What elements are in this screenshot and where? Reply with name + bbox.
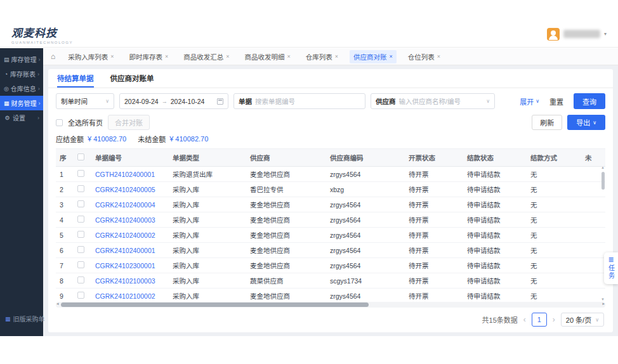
chevron-right-icon: › <box>39 56 41 63</box>
sidebar-item[interactable]: ▤ 库存管理 › <box>0 52 43 67</box>
expand-filters-button[interactable]: 展开 ∨ <box>520 96 539 107</box>
cell-invoice-status: 待开票 <box>405 228 463 243</box>
close-icon[interactable]: × <box>335 53 338 60</box>
cell-doc-no-link[interactable]: CGRK24102400002 <box>91 228 169 243</box>
cell-doc-no-link[interactable]: CGRK24102300001 <box>91 258 169 273</box>
export-button[interactable]: 导出 ∨ <box>567 115 605 130</box>
close-icon[interactable]: × <box>437 53 440 60</box>
select-all-label: 全选所有页 <box>68 117 103 127</box>
search-button[interactable]: 查询 <box>574 93 605 109</box>
cell-supplier: 麦金地供应商 <box>246 243 326 258</box>
row-checkbox[interactable] <box>77 216 84 223</box>
open-tab[interactable]: 仓库列表 × <box>302 50 342 63</box>
open-tab[interactable]: 仓位列表 × <box>404 50 444 63</box>
close-icon[interactable]: × <box>390 53 393 60</box>
scroll-right-icon[interactable]: ▸ <box>602 301 605 306</box>
cell-doc-type: 采购入库 <box>169 258 246 273</box>
toolbar-right: 刷新 导出 ∨ <box>532 115 605 130</box>
row-checkbox[interactable] <box>77 246 84 253</box>
table-row: 1 CGTH24102400001 采购退货出库 麦金地供应商 zrgys456… <box>56 167 605 182</box>
open-tab[interactable]: 采购入库列表 × <box>64 50 117 63</box>
subtab[interactable]: 供应商对账单 <box>110 69 154 88</box>
legacy-purchase-link[interactable]: ▦ 旧版采购单 <box>5 314 45 323</box>
date-range-picker[interactable]: 2024-09-24 → 2024-10-24 <box>119 93 228 109</box>
merge-reconcile-button[interactable]: 合并对账 <box>108 115 150 130</box>
sidebar-item-icon: ▤ <box>4 56 10 63</box>
supplier-select[interactable]: 供应商 输入供应商名称/编号 ∨ <box>371 93 495 109</box>
sidebar-item-icon: ◎ <box>4 86 9 92</box>
open-tab[interactable]: 即时库存表 × <box>126 50 173 63</box>
prev-page-button[interactable]: ‹ <box>523 315 526 324</box>
cell-doc-no-link[interactable]: CGRK24102400003 <box>91 212 169 228</box>
doc-number-input[interactable]: 单据 搜索单据编号 <box>233 93 365 109</box>
table-row: 8 CGRK24102100003 采购入库 蔬菜供应商 scgys1734 待… <box>56 273 605 289</box>
header-checkbox[interactable] <box>77 153 84 160</box>
page-size-select[interactable]: 20 条/页 ∨ <box>561 313 604 327</box>
sidebar-item[interactable]: ◎ 仓库信息 › <box>0 81 43 96</box>
row-checkbox[interactable] <box>77 292 84 299</box>
vertical-scroll-thumb[interactable] <box>602 172 605 190</box>
next-page-button[interactable]: › <box>553 315 555 324</box>
sidebar-item-label: 库存管理 <box>11 55 37 64</box>
time-type-select[interactable]: 制单时间 ∨ <box>56 93 114 109</box>
scroll-left-icon[interactable]: ◂ <box>56 301 59 306</box>
cell-doc-no-link[interactable]: CGRK24102100002 <box>91 289 169 302</box>
horizontal-scrollbar[interactable]: ◂ ▸ <box>56 302 605 308</box>
sidebar-item[interactable]: ▦ 财务管理 › <box>0 96 43 110</box>
horizontal-scroll-thumb[interactable] <box>61 302 369 307</box>
top-header: 观麦科技 GUANMAITECHNOLOGY ▾ <box>0 21 618 48</box>
row-checkbox[interactable] <box>77 200 84 207</box>
open-tab[interactable]: 商品收发汇总 × <box>180 50 233 63</box>
row-checkbox[interactable] <box>77 261 84 268</box>
app-window: 观麦科技 GUANMAITECHNOLOGY ▾ ▤ 库存管理 › ◔ 库存账表 <box>0 0 618 364</box>
table-row: 7 CGRK24102300001 采购入库 麦金地供应商 zrgys4564 … <box>56 258 605 273</box>
expand-label: 展开 <box>520 96 534 107</box>
row-checkbox[interactable] <box>77 185 84 192</box>
cell-doc-type: 采购入库 <box>169 182 246 197</box>
table-toolbar: 全选所有页 合并对账 刷新 导出 ∨ <box>48 114 613 133</box>
close-icon[interactable]: × <box>226 53 229 60</box>
cell-checkbox <box>74 167 91 182</box>
col-checkbox <box>74 149 91 167</box>
cell-doc-no-link[interactable]: CGRK24102400005 <box>91 182 169 197</box>
close-icon[interactable]: × <box>287 53 291 60</box>
task-widget[interactable]: ≣ 任务 <box>604 252 618 284</box>
reset-button[interactable]: 重置 <box>546 94 567 109</box>
open-tab[interactable]: 供应商对账 × <box>350 50 397 63</box>
cell-doc-no-link[interactable]: CGRK24102400004 <box>91 197 169 212</box>
cell-checkbox <box>74 243 91 258</box>
open-tab[interactable]: 商品收发明细 × <box>241 50 294 63</box>
scroll-up-icon[interactable]: ▲ <box>601 166 605 169</box>
sidebar-item[interactable]: ⚙ 设置 › <box>0 110 43 125</box>
cell-settle-status: 待申请结款 <box>463 212 527 228</box>
row-checkbox[interactable] <box>77 170 84 177</box>
cell-doc-no-link[interactable]: CGTH24102400001 <box>91 167 169 182</box>
current-page-button[interactable]: 1 <box>532 313 547 327</box>
cell-settle-status: 待申请结款 <box>463 182 527 197</box>
close-icon[interactable]: × <box>110 53 114 60</box>
table-row: 4 CGRK24102400003 采购入库 麦金地供应商 zrgys4564 … <box>56 212 605 228</box>
supplier-select-label: 供应商 <box>376 96 396 106</box>
subtab[interactable]: 待结算单据 <box>57 69 94 88</box>
documents-table: 序 单据编号 单据类型 供应商 供应商编码 开票状态 结款状态 结款方式 未 <box>56 149 605 301</box>
select-all-checkbox[interactable] <box>56 119 63 126</box>
filter-bar: 制单时间 ∨ 2024-09-24 → 2024-10-24 单据 搜索单据编号 <box>48 88 613 114</box>
row-checkbox[interactable] <box>77 276 84 283</box>
cell-doc-no-link[interactable]: CGRK24102400001 <box>91 243 169 258</box>
export-label: 导出 <box>576 117 590 127</box>
brand-caption: GUANMAITECHNOLOGY <box>11 41 73 44</box>
chevron-right-icon: › <box>38 86 40 92</box>
col-doc-no: 单据编号 <box>91 149 169 167</box>
chevron-down-icon: ∨ <box>593 120 596 126</box>
cell-invoice-status: 待开票 <box>405 212 463 228</box>
user-menu[interactable]: ▾ <box>547 28 607 41</box>
sidebar-item[interactable]: ◔ 库存账表 › <box>0 67 43 81</box>
cell-supplier: 麦金地供应商 <box>246 289 326 302</box>
cell-invoice-status: 待开票 <box>405 182 463 197</box>
close-icon[interactable]: × <box>165 53 168 60</box>
row-checkbox[interactable] <box>77 231 84 238</box>
cell-seq: 9 <box>56 289 74 302</box>
cell-doc-no-link[interactable]: CGRK24102100003 <box>91 273 169 289</box>
home-icon[interactable]: ⌂ <box>51 52 55 61</box>
refresh-button[interactable]: 刷新 <box>532 115 562 130</box>
